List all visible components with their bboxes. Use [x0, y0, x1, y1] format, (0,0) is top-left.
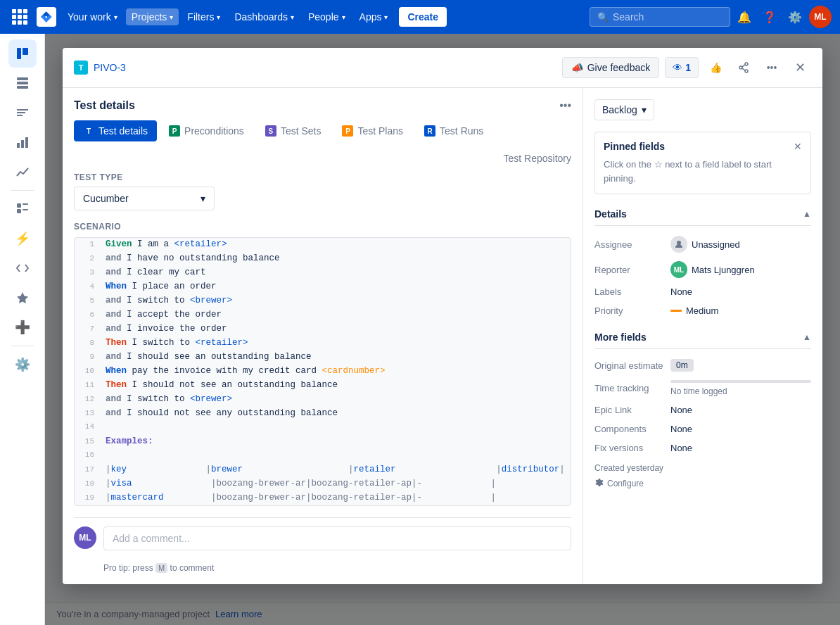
priority-label: Priority	[594, 305, 665, 316]
tab-test-sets-icon: S	[265, 125, 276, 137]
your-work-menu[interactable]: Your work ▾	[62, 8, 123, 25]
apps-menu[interactable]: Apps ▾	[354, 8, 394, 25]
tab-test-sets[interactable]: S Test Sets	[256, 120, 331, 141]
feedback-icon: 📣	[571, 62, 583, 73]
code-line-2: 2 and I have no outstanding balance	[75, 252, 571, 266]
priority-value[interactable]: Medium	[670, 305, 811, 316]
svg-point-14	[745, 70, 748, 72]
test-repository-link[interactable]: Test Repository	[74, 153, 571, 164]
components-label: Components	[594, 424, 665, 434]
sidebar-item-roadmap[interactable]	[8, 99, 37, 127]
details-header[interactable]: Details ▲	[594, 203, 811, 226]
reporter-avatar: ML	[670, 261, 687, 278]
configure-button[interactable]: Configure	[594, 479, 811, 488]
tab-test-runs[interactable]: R Test Runs	[415, 120, 492, 141]
sidebar-item-settings[interactable]: ⚙️	[8, 351, 37, 379]
svg-rect-0	[17, 48, 21, 59]
search-icon: 🔍	[597, 12, 609, 23]
section-header: Test details •••	[74, 99, 571, 112]
code-line-14: 14	[75, 421, 571, 435]
code-line-5: 5 and I switch to <brewer>	[75, 294, 571, 308]
search-input[interactable]: 🔍 Search	[590, 7, 730, 27]
modal-overlay: T PIVO-3 📣 Give feedback 👁 1 👍	[45, 34, 840, 625]
pro-tip: Pro tip: press M to comment	[103, 563, 571, 573]
detail-row-original-estimate: Original estimate 0m	[594, 355, 811, 376]
chevron-down-icon: ▾	[642, 104, 647, 115]
tab-test-plans[interactable]: P Test Plans	[333, 120, 412, 141]
section-more-icon[interactable]: •••	[559, 99, 571, 112]
test-type-label: Test Type	[74, 172, 571, 182]
original-estimate-value[interactable]: 0m	[670, 359, 811, 372]
thumbs-up-button[interactable]: 👍	[704, 56, 727, 79]
detail-row-components: Components None	[594, 419, 811, 438]
sidebar-item-board[interactable]	[8, 39, 37, 68]
comment-area: ML Add a comment...	[74, 517, 571, 559]
detail-row-assignee: Assignee Unassigned	[594, 232, 811, 257]
left-panel: Test details ••• T Test details P Pre	[63, 88, 583, 584]
svg-line-16	[742, 68, 745, 70]
detail-row-priority: Priority Medium	[594, 301, 811, 320]
close-button[interactable]: ✕	[789, 56, 811, 79]
notifications-button[interactable]: 🔔	[733, 6, 756, 28]
fix-versions-value[interactable]: None	[670, 443, 811, 453]
components-value[interactable]: None	[670, 424, 811, 434]
modal-header: T PIVO-3 📣 Give feedback 👁 1 👍	[63, 48, 822, 88]
code-line-1: 1 Given I am a <retailer>	[75, 238, 571, 252]
code-line-8: 8 Then I switch to <retailer>	[75, 336, 571, 351]
tab-test-details[interactable]: T Test details	[74, 120, 157, 141]
code-line-6: 6 and I accept the order	[75, 308, 571, 322]
pinned-fields-title: Pinned fields	[604, 141, 665, 152]
epic-link-value[interactable]: None	[670, 405, 811, 415]
sidebar-item-list[interactable]	[8, 195, 37, 223]
dashboards-menu[interactable]: Dashboards ▾	[229, 8, 300, 25]
svg-line-15	[742, 65, 745, 67]
issue-type-icon: T	[74, 61, 88, 75]
sidebar-item-trends[interactable]	[8, 158, 37, 186]
scenario-field: Scenario 1 Given I am a <retailer> 2	[74, 222, 571, 506]
jira-logo[interactable]	[37, 7, 56, 27]
code-line-15: 15 Examples:	[75, 435, 571, 449]
test-type-select[interactable]: Cucumber ▾	[74, 187, 215, 210]
sidebar-item-deploy[interactable]: ⚡	[8, 225, 37, 253]
create-button[interactable]: Create	[399, 7, 447, 27]
projects-menu[interactable]: Projects ▾	[126, 8, 179, 25]
share-button[interactable]	[732, 56, 755, 79]
sidebar-item-code[interactable]	[8, 254, 37, 282]
sidebar-item-backlog[interactable]	[8, 69, 37, 97]
backlog-button[interactable]: Backlog ▾	[594, 99, 654, 120]
code-line-3: 3 and I clear my cart	[75, 266, 571, 280]
code-line-16: 16	[75, 449, 571, 463]
settings-button[interactable]: ⚙️	[784, 6, 806, 28]
code-block[interactable]: 1 Given I am a <retailer> 2 and I have n…	[74, 237, 571, 506]
apps-grid-button[interactable]	[8, 6, 31, 28]
comment-input[interactable]: Add a comment...	[103, 526, 571, 550]
code-line-18: 18 |visa |boozang-brewer-ar|boozang-reta…	[75, 477, 571, 491]
issue-id[interactable]: PIVO-3	[94, 62, 126, 73]
details-section: Details ▲ Assignee Unassigned	[594, 203, 811, 320]
chevron-down-icon: ▾	[114, 13, 117, 21]
sidebar: ⚡ ➕ ⚙️	[0, 34, 45, 625]
watch-button[interactable]: 👁 1	[665, 57, 699, 78]
pinned-fields-section: Pinned fields ✕ Click on the ☆ next to a…	[594, 132, 811, 194]
labels-label: Labels	[594, 286, 665, 297]
assignee-value[interactable]: Unassigned	[670, 236, 811, 253]
more-options-button[interactable]: •••	[761, 56, 783, 79]
sidebar-item-releases[interactable]	[8, 284, 37, 312]
sidebar-item-add[interactable]: ➕	[8, 313, 37, 341]
give-feedback-button[interactable]: 📣 Give feedback	[562, 57, 660, 78]
people-menu[interactable]: People ▾	[303, 8, 351, 25]
code-line-7: 7 and I invoice the order	[75, 322, 571, 336]
user-avatar[interactable]: ML	[809, 6, 832, 28]
pinned-fields-close-button[interactable]: ✕	[794, 141, 802, 152]
reporter-value[interactable]: ML Mats Ljunggren	[670, 261, 811, 278]
labels-value[interactable]: None	[670, 286, 811, 297]
svg-rect-10	[17, 209, 21, 213]
scenario-label: Scenario	[74, 222, 571, 232]
filters-menu[interactable]: Filters ▾	[182, 8, 226, 25]
sidebar-item-charts[interactable]	[8, 128, 37, 156]
tab-preconditions[interactable]: P Preconditions	[160, 120, 253, 141]
code-line-9: 9 and I should see an outstanding balanc…	[75, 351, 571, 365]
help-button[interactable]: ❓	[758, 6, 781, 28]
more-fields-header[interactable]: More fields ▲	[594, 326, 811, 349]
test-type-field: Test Type Cucumber ▾	[74, 172, 571, 210]
